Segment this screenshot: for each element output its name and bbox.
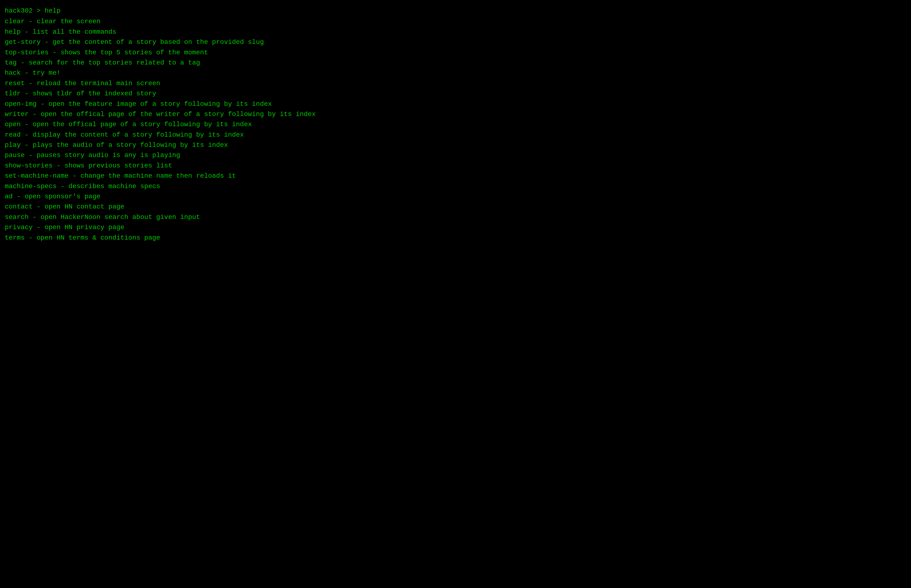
terminal-line: get-story - get the content of a story b… <box>5 37 906 47</box>
terminal-line: read - display the content of a story fo… <box>5 130 906 140</box>
terminal-line: search - open HackerNoon search about gi… <box>5 212 906 222</box>
terminal-line: reset - reload the terminal main screen <box>5 78 906 89</box>
terminal-line: play - plays the audio of a story follow… <box>5 140 906 150</box>
terminal-line: set-machine-name - change the machine na… <box>5 171 906 181</box>
terminal-line: open-img - open the feature image of a s… <box>5 99 906 109</box>
terminal-line: show-stories - shows previous stories li… <box>5 161 906 171</box>
terminal-line: top-stories - shows the top 5 stories of… <box>5 47 906 58</box>
terminal-line: writer - open the offical page of the wr… <box>5 109 906 119</box>
terminal-output: clear - clear the screenhelp - list all … <box>5 16 906 243</box>
terminal-line: machine-specs - describes machine specs <box>5 181 906 191</box>
terminal-line: tldr - shows tldr of the indexed story <box>5 89 906 99</box>
terminal-container: hack302 > help clear - clear the screenh… <box>5 6 906 243</box>
terminal-line: contact - open HN contact page <box>5 202 906 212</box>
terminal-line: help - list all the commands <box>5 27 906 37</box>
terminal-line: pause - pauses story audio is any is pla… <box>5 150 906 160</box>
terminal-line: terms - open HN terms & conditions page <box>5 233 906 243</box>
terminal-line: open - open the offical page of a story … <box>5 119 906 129</box>
terminal-line: clear - clear the screen <box>5 16 906 27</box>
terminal-line: hack - try me! <box>5 68 906 78</box>
terminal-line: privacy - open HN privacy page <box>5 222 906 233</box>
terminal-line: ad - open sponsor's page <box>5 191 906 202</box>
terminal-prompt: hack302 > help <box>5 6 906 16</box>
terminal-line: tag - search for the top stories related… <box>5 58 906 68</box>
